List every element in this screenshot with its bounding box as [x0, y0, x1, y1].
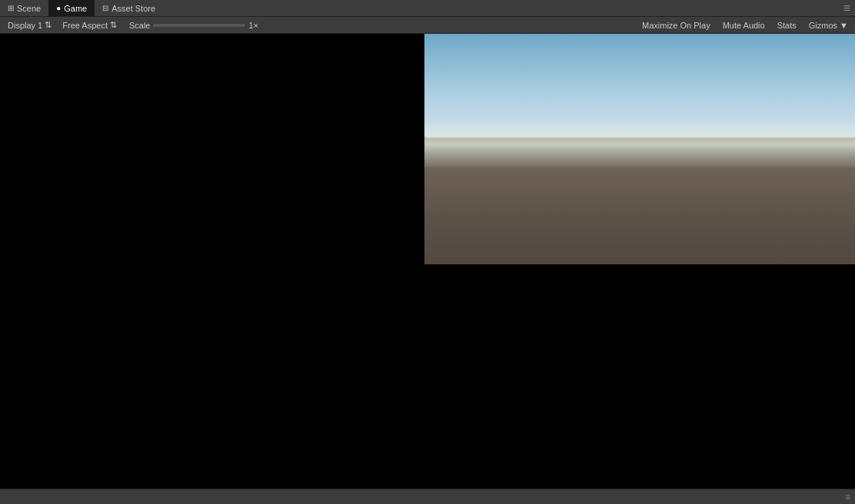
horizon-fog — [424, 121, 855, 167]
viewport-black-left — [0, 34, 424, 504]
scene-tab-icon: ⊞ — [8, 4, 14, 12]
tab-asset-store-label: Asset Store — [111, 4, 155, 13]
scale-container: Scale 1× — [129, 21, 258, 30]
scene-render — [424, 34, 855, 264]
game-tab-icon: ● — [56, 4, 61, 12]
toolbar-right-buttons: Maximize On Play Mute Audio Stats Gizmos… — [638, 20, 852, 31]
tab-scene[interactable]: ⊞ Scene — [0, 0, 48, 16]
status-bar: ≡ — [0, 489, 855, 504]
display-arrows-icon: ⇅ — [45, 20, 52, 30]
tab-game[interactable]: ● Game — [48, 0, 95, 16]
status-bar-icon[interactable]: ≡ — [845, 492, 850, 502]
game-toolbar: Display 1 ⇅ Free Aspect ⇅ Scale 1× Maxim… — [0, 17, 855, 34]
stats-button[interactable]: Stats — [773, 20, 800, 31]
gizmos-label: Gizmos — [809, 21, 837, 30]
tab-bar-menu-icon[interactable]: ≡ — [843, 2, 855, 15]
gizmos-arrow-icon: ▼ — [840, 21, 848, 30]
free-aspect-arrows-icon: ⇅ — [110, 20, 117, 30]
maximize-on-play-button[interactable]: Maximize On Play — [638, 20, 714, 31]
mute-audio-button[interactable]: Mute Audio — [719, 20, 769, 31]
tab-bar: ⊞ Scene ● Game ⊟ Asset Store ≡ — [0, 0, 855, 17]
game-render-area — [424, 34, 855, 504]
display-label: Display 1 — [8, 21, 42, 30]
scale-label: Scale — [129, 21, 151, 30]
free-aspect-selector[interactable]: Free Aspect ⇅ — [58, 18, 121, 32]
tab-game-label: Game — [64, 4, 87, 13]
viewport-bottom-black — [424, 264, 855, 504]
main-area — [0, 34, 855, 504]
asset-store-tab-icon: ⊟ — [102, 4, 108, 12]
display-selector[interactable]: Display 1 ⇅ — [3, 18, 56, 32]
scale-slider[interactable] — [153, 24, 245, 27]
gizmos-button[interactable]: Gizmos ▼ — [805, 20, 852, 31]
free-aspect-label: Free Aspect — [62, 21, 108, 30]
tab-asset-store[interactable]: ⊟ Asset Store — [95, 0, 163, 16]
scale-value: 1× — [248, 21, 258, 30]
tab-scene-label: Scene — [17, 4, 41, 13]
